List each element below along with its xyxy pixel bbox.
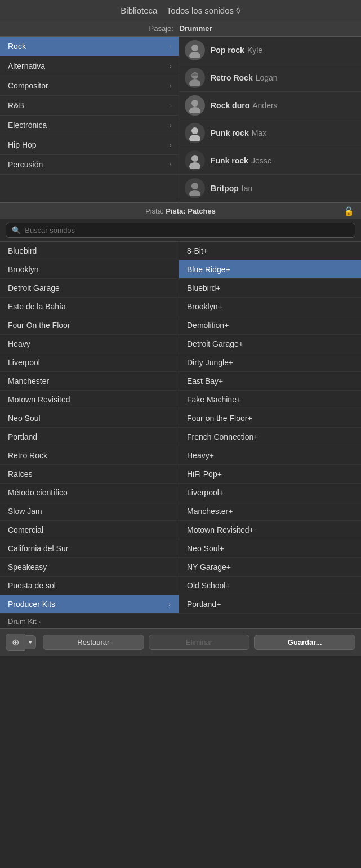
genre-label: Percusión — [8, 160, 43, 169]
drummer-artist-rock-duro[interactable]: Rock duro Anders — [179, 92, 361, 119]
patch-item-bluebird-plus[interactable]: Bluebird+ — [179, 279, 361, 298]
restore-button[interactable]: Restaurar — [43, 635, 144, 650]
drummer-genre-alternativa[interactable]: Alternativa › — [0, 56, 179, 76]
save-button[interactable]: Guardar... — [254, 635, 355, 650]
patch-label: Neo Soul — [8, 414, 41, 423]
patch-label: Puesta de sol — [8, 581, 56, 590]
chevron-icon: › — [168, 601, 171, 608]
patch-item-detroit-plus[interactable]: Detroit Garage+ — [179, 335, 361, 353]
patch-item-bluebird[interactable]: Bluebird — [0, 242, 179, 260]
patch-item-neo-soul[interactable]: Neo Soul — [0, 409, 179, 428]
patch-item-east-bay[interactable]: East Bay+ — [179, 372, 361, 391]
chevron-icon: › — [170, 63, 172, 69]
patch-item-8bit[interactable]: 8-Bit+ — [179, 242, 361, 260]
drummer-genre-hiphop[interactable]: Hip Hop › — [0, 135, 179, 155]
patch-item-detroit-garage[interactable]: Detroit Garage — [0, 279, 179, 298]
avatar — [185, 178, 205, 198]
genre-label: R&B — [8, 101, 24, 110]
add-button[interactable]: ⊕ — [6, 634, 25, 651]
drummer-person: Kyle — [247, 46, 262, 55]
patch-label: Motown Revisited — [8, 395, 70, 404]
patch-label: Four On the Floor — [8, 321, 70, 330]
patch-item-liverpool-plus[interactable]: Liverpool+ — [179, 484, 361, 502]
patch-item-blue-ridge[interactable]: Blue Ridge+ — [179, 260, 361, 279]
svg-point-7 — [189, 135, 200, 141]
sounds-selector[interactable]: Todos los sonidos ◊ — [167, 6, 240, 15]
pista-value: Pista: Patches — [166, 207, 216, 215]
drummer-style: Funk rock — [211, 156, 248, 165]
drummer-artist-britpop[interactable]: Britpop Ian — [179, 175, 361, 202]
patch-item-neo-soul-plus[interactable]: Neo Soul+ — [179, 539, 361, 558]
patch-label: Método científico — [8, 488, 68, 497]
header: Biblioteca Todos los sonidos ◊ — [0, 0, 361, 20]
patch-item-old-school[interactable]: Old School+ — [179, 577, 361, 595]
patch-label: Bluebird — [8, 246, 37, 255]
patch-item-four-floor[interactable]: Four On the Floor — [0, 316, 179, 335]
drummer-artist-punk-rock[interactable]: Punk rock Max — [179, 119, 361, 147]
search-input[interactable] — [6, 223, 355, 238]
drummer-genre-rock[interactable]: Rock › — [0, 37, 179, 56]
delete-button: Eliminar — [149, 635, 250, 650]
drummer-genre-rnb[interactable]: R&B › — [0, 96, 179, 116]
patch-item-french-connection[interactable]: French Connection+ — [179, 428, 361, 446]
patch-item-brooklyn-plus[interactable]: Brooklyn+ — [179, 298, 361, 316]
patch-label: Comercial — [8, 525, 43, 534]
patch-label: Portland — [8, 432, 37, 441]
svg-point-6 — [191, 127, 198, 134]
patch-item-fake-machine[interactable]: Fake Machine+ — [179, 391, 361, 409]
patches-right-list: 8-Bit+ Blue Ridge+ Bluebird+ Brooklyn+ D… — [179, 242, 361, 614]
patch-item-four-floor-plus[interactable]: Four on the Floor+ — [179, 409, 361, 428]
library-label: Biblioteca — [121, 6, 157, 15]
patch-item-comercial[interactable]: Comercial — [0, 521, 179, 539]
lock-icon[interactable]: 🔓 — [344, 206, 354, 216]
patch-label: Slow Jam — [8, 507, 42, 516]
patch-item-portland[interactable]: Portland — [0, 428, 179, 446]
drummer-artist-list: Pop rock Kyle Retro Rock Logan Rock duro… — [179, 37, 361, 202]
patch-item-metodo[interactable]: Método científico — [0, 484, 179, 502]
drummer-artist-funk-rock[interactable]: Funk rock Jesse — [179, 147, 361, 175]
patch-item-heavy-plus[interactable]: Heavy+ — [179, 446, 361, 465]
drummer-genre-percusion[interactable]: Percusión › — [0, 155, 179, 175]
patch-item-producer-kits[interactable]: Producer Kits › — [0, 595, 179, 614]
patch-item-slow-jam[interactable]: Slow Jam — [0, 502, 179, 521]
patch-label: Old School+ — [187, 581, 230, 590]
drummer-person: Max — [252, 129, 266, 138]
patch-item-california[interactable]: California del Sur — [0, 539, 179, 558]
add-dropdown-button[interactable]: ▾ — [25, 635, 36, 649]
patch-item-liverpool[interactable]: Liverpool — [0, 353, 179, 372]
patch-item-hifi-pop[interactable]: HiFi Pop+ — [179, 465, 361, 484]
patch-item-puesta-sol[interactable]: Puesta de sol — [0, 577, 179, 595]
drummer-artist-pop-rock[interactable]: Pop rock Kyle — [179, 37, 361, 64]
svg-point-5 — [189, 107, 200, 113]
avatar — [185, 40, 205, 60]
patch-item-demolition[interactable]: Demolition+ — [179, 316, 361, 335]
patch-item-manchester-plus[interactable]: Manchester+ — [179, 502, 361, 521]
patch-item-motown[interactable]: Motown Revisited — [0, 391, 179, 409]
drummer-section: Rock › Alternativa › Compositor › R&B › … — [0, 37, 361, 203]
patch-item-ny-garage[interactable]: NY Garage+ — [179, 558, 361, 577]
patch-item-este-bahia[interactable]: Este de la Bahía — [0, 298, 179, 316]
patch-item-retro-rock[interactable]: Retro Rock — [0, 446, 179, 465]
patch-item-brooklyn[interactable]: Brooklyn — [0, 260, 179, 279]
svg-point-9 — [189, 162, 200, 169]
patch-item-motown-plus[interactable]: Motown Revisited+ — [179, 521, 361, 539]
patch-label: Fake Machine+ — [187, 395, 241, 404]
drummer-artist-retro-rock[interactable]: Retro Rock Logan — [179, 64, 361, 92]
avatar — [185, 150, 205, 171]
drummer-genre-compositor[interactable]: Compositor › — [0, 76, 179, 96]
patch-label: Demolition+ — [187, 321, 229, 330]
drum-kit-row[interactable]: Drum Kit › — [0, 614, 361, 628]
genre-label: Rock — [8, 42, 26, 51]
drummer-person: Anders — [252, 101, 277, 110]
drummer-genre-electronica[interactable]: Electrónica › — [0, 116, 179, 135]
patch-item-manchester[interactable]: Manchester — [0, 372, 179, 391]
patch-item-heavy[interactable]: Heavy — [0, 335, 179, 353]
patch-item-dirty-jungle[interactable]: Dirty Jungle+ — [179, 353, 361, 372]
drummer-style: Britpop — [211, 184, 239, 193]
patch-label: California del Sur — [8, 544, 68, 553]
patch-item-portland-plus[interactable]: Portland+ — [179, 595, 361, 614]
patch-item-speakeasy[interactable]: Speakeasy — [0, 558, 179, 577]
patch-item-raices[interactable]: Raíces — [0, 465, 179, 484]
chevron-icon: › — [170, 82, 172, 89]
genre-label: Alternativa — [8, 61, 45, 70]
